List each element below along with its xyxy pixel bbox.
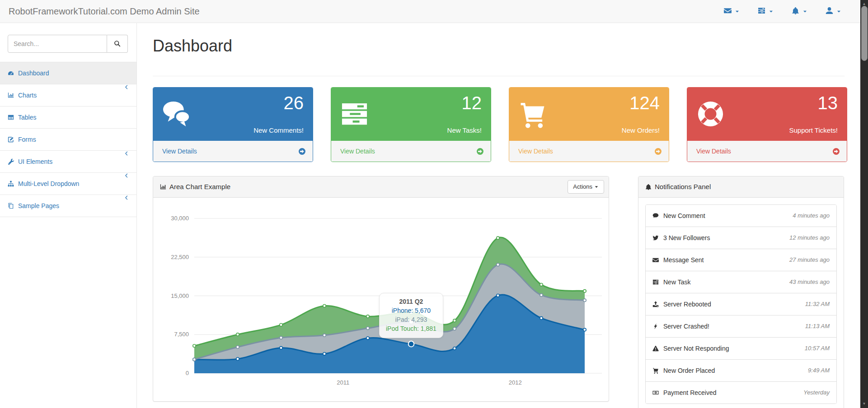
- upload-icon: [652, 301, 659, 307]
- notification-label: New Task: [663, 278, 690, 286]
- edit-icon: [8, 136, 14, 143]
- notification-item-server-not-responding[interactable]: Server Not Responding10:57 AM: [646, 337, 836, 359]
- sitemap-icon: [8, 181, 14, 187]
- new-comments-card-header: 26New Comments!: [153, 88, 313, 141]
- notification-item-3-new-followers[interactable]: 3 New Followers12 minutes ago: [646, 227, 836, 249]
- alerts-dropdown[interactable]: [783, 0, 816, 23]
- arrow-circle-right-icon: [654, 148, 662, 155]
- new-orders-view-details-link[interactable]: View Details: [509, 141, 669, 162]
- scrollbar-thumb[interactable]: [861, 6, 868, 61]
- shopping-cart-icon: [652, 367, 659, 374]
- bar-chart-icon: [8, 92, 14, 98]
- caret-down-icon: [836, 9, 841, 14]
- sidebar: DashboardChartsTablesFormsUI ElementsMul…: [0, 23, 137, 408]
- bolt-icon: [652, 323, 659, 329]
- card-value: 13: [818, 93, 838, 113]
- card-label: Support Tickets!: [789, 126, 838, 134]
- new-orders-card-header: 124New Orders!: [509, 88, 669, 141]
- notification-label: Server Not Responding: [663, 345, 729, 352]
- sidebar-item-forms[interactable]: Forms: [0, 128, 136, 150]
- svg-text:2012: 2012: [509, 379, 522, 386]
- arrow-circle-right-icon: [832, 148, 840, 155]
- sidebar-item-label: Dashboard: [18, 70, 49, 77]
- notification-time: 27 minutes ago: [789, 249, 830, 271]
- caret-down-icon: [769, 9, 774, 14]
- sidebar-item-multi-level-dropdown[interactable]: Multi-Level Dropdown: [0, 172, 136, 195]
- support-tickets-view-details-link[interactable]: View Details: [687, 141, 847, 162]
- sidebar-item-label: Tables: [18, 114, 36, 121]
- notification-item-new-order-placed[interactable]: New Order Placed9:49 AM: [646, 359, 836, 381]
- user-dropdown[interactable]: [816, 0, 850, 23]
- new-comments-view-details-link[interactable]: View Details: [153, 141, 313, 162]
- scroll-down-arrow[interactable]: ▼: [860, 401, 868, 407]
- area-chart-container: 07,50015,00022,50030,000201120122011 Q2i…: [160, 204, 602, 394]
- sidebar-item-sample-pages[interactable]: Sample Pages: [0, 195, 136, 217]
- notification-time: 11:32 AM: [805, 293, 830, 315]
- scrollbar[interactable]: ▲ ▼: [860, 0, 868, 408]
- chart-panel-heading: Area Chart Example Actions: [153, 176, 609, 198]
- search-input[interactable]: [8, 35, 107, 53]
- view-details-label: View Details: [696, 148, 731, 155]
- notification-item-new-comment[interactable]: New Comment4 minutes ago: [646, 205, 836, 227]
- notification-item-new-task[interactable]: New Task43 minutes ago: [646, 271, 836, 293]
- view-details-label: View Details: [518, 148, 553, 155]
- svg-text:30,000: 30,000: [171, 215, 189, 222]
- actions-button[interactable]: Actions: [568, 180, 604, 194]
- messages-dropdown[interactable]: [715, 0, 749, 23]
- card-label: New Tasks!: [447, 126, 482, 134]
- svg-text:15,000: 15,000: [171, 292, 189, 299]
- sidebar-item-tables[interactable]: Tables: [0, 106, 136, 128]
- brand-title: RobotFrameworkTutorial.com Demo Admin Si…: [9, 0, 200, 23]
- notification-item-payment-received[interactable]: Payment ReceivedYesterday: [646, 381, 836, 403]
- tasks-dropdown[interactable]: [749, 0, 783, 23]
- top-navbar: RobotFrameworkTutorial.com Demo Admin Si…: [0, 0, 860, 23]
- caret-down-icon: [735, 9, 740, 14]
- notifications-list: New Comment4 minutes ago3 New Followers1…: [645, 204, 837, 404]
- svg-text:22,500: 22,500: [171, 254, 189, 260]
- sidebar-item-charts[interactable]: Charts: [0, 84, 136, 106]
- notification-label: Message Sent: [663, 256, 704, 264]
- notification-label: 3 New Followers: [663, 234, 710, 241]
- card-label: New Orders!: [622, 126, 660, 134]
- notification-item-server-crashed[interactable]: Server Crashed!11:13 AM: [646, 315, 836, 337]
- sidebar-nav: DashboardChartsTablesFormsUI ElementsMul…: [0, 62, 136, 217]
- warning-icon: [652, 345, 659, 352]
- envelope-icon: [652, 257, 659, 263]
- notification-time: 43 minutes ago: [789, 271, 830, 293]
- copy-icon: [8, 203, 14, 209]
- bell-icon: [645, 184, 652, 190]
- notification-item-server-rebooted[interactable]: Server Rebooted11:32 AM: [646, 293, 836, 315]
- search-button[interactable]: [107, 35, 128, 53]
- main-content: Dashboard 26New Comments!View Details12N…: [137, 23, 860, 408]
- area-chart-panel: Area Chart Example Actions 07,50015,0002…: [153, 176, 609, 402]
- notification-time: 4 minutes ago: [793, 205, 830, 227]
- bell-icon: [792, 7, 799, 14]
- svg-text:7,500: 7,500: [174, 331, 189, 338]
- sidebar-item-label: Charts: [18, 92, 37, 99]
- card-label: New Comments!: [253, 126, 304, 134]
- money-icon: [652, 389, 659, 396]
- card-value: 12: [462, 93, 482, 113]
- sidebar-item-label: Forms: [18, 136, 36, 143]
- notification-label: Payment Received: [663, 389, 717, 396]
- actions-button-label: Actions: [573, 183, 592, 190]
- new-orders-card: 124New Orders!View Details: [509, 87, 669, 162]
- navbar-menu: [715, 0, 850, 23]
- notifications-panel-heading: Notifications Panel: [638, 176, 844, 198]
- twitter-icon: [652, 235, 659, 241]
- notification-item-message-sent[interactable]: Message Sent27 minutes ago: [646, 249, 836, 271]
- chevron-left-icon: [124, 84, 129, 90]
- sidebar-item-label: Multi-Level Dropdown: [18, 180, 79, 187]
- chart-panel-title: Area Chart Example: [169, 183, 230, 190]
- comments-icon: [162, 100, 191, 128]
- sidebar-item-label: Sample Pages: [18, 202, 59, 209]
- shopping-cart-icon: [518, 100, 547, 128]
- caret-down-icon: [802, 9, 807, 14]
- arrow-circle-right-icon: [298, 148, 306, 155]
- new-tasks-view-details-link[interactable]: View Details: [331, 141, 491, 162]
- sidebar-item-dashboard[interactable]: Dashboard: [0, 62, 136, 84]
- sidebar-item-ui-elements[interactable]: UI Elements: [0, 150, 136, 172]
- chevron-left-icon: [124, 151, 129, 156]
- sidebar-item-label: UI Elements: [18, 158, 52, 165]
- notifications-panel-title: Notifications Panel: [655, 183, 711, 190]
